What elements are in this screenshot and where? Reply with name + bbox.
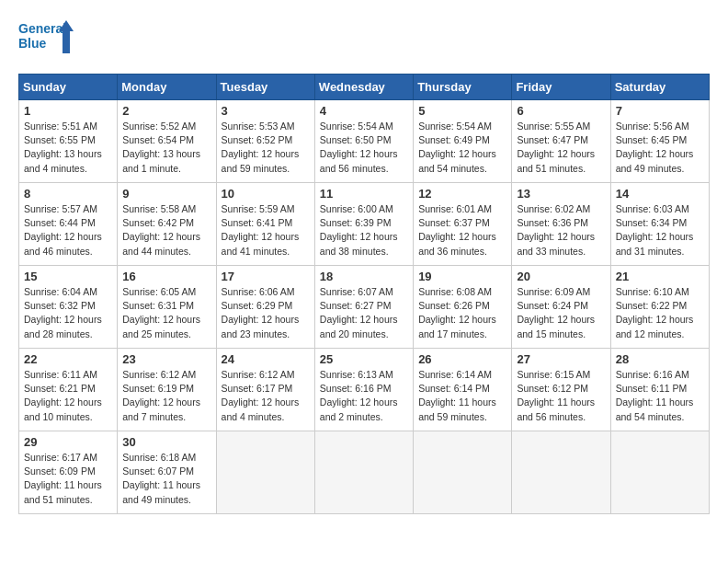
weekday-header-saturday: Saturday [610,75,709,100]
day-info: Sunrise: 6:17 AM Sunset: 6:09 PM Dayligh… [24,451,112,507]
day-info: Sunrise: 6:04 AM Sunset: 6:32 PM Dayligh… [24,285,112,341]
weekday-header-wednesday: Wednesday [314,75,413,100]
calendar-cell: 7Sunrise: 5:56 AM Sunset: 6:45 PM Daylig… [610,100,709,183]
day-number: 18 [320,270,408,283]
logo-icon: General Blue [18,18,74,59]
calendar-cell [414,431,512,514]
calendar-week-2: 8Sunrise: 5:57 AM Sunset: 6:44 PM Daylig… [19,183,710,266]
calendar-cell: 27Sunrise: 6:15 AM Sunset: 6:12 PM Dayli… [512,349,610,431]
day-number: 15 [24,270,112,283]
svg-text:General: General [18,21,66,36]
day-number: 29 [24,435,112,449]
day-number: 7 [616,104,704,118]
day-number: 19 [418,270,506,283]
calendar-cell: 10Sunrise: 5:59 AM Sunset: 6:41 PM Dayli… [216,183,314,266]
day-info: Sunrise: 5:54 AM Sunset: 6:49 PM Dayligh… [418,120,506,176]
day-info: Sunrise: 6:07 AM Sunset: 6:27 PM Dayligh… [320,285,408,341]
day-number: 12 [418,187,506,201]
calendar-cell: 14Sunrise: 6:03 AM Sunset: 6:34 PM Dayli… [610,183,709,266]
weekday-header-sunday: Sunday [19,75,118,100]
day-number: 13 [517,187,605,201]
calendar-week-3: 15Sunrise: 6:04 AM Sunset: 6:32 PM Dayli… [19,266,710,349]
day-number: 1 [24,104,112,118]
weekday-header-friday: Friday [512,75,610,100]
calendar-cell: 17Sunrise: 6:06 AM Sunset: 6:29 PM Dayli… [216,266,314,349]
calendar-cell [512,431,610,514]
day-number: 27 [517,352,605,366]
day-number: 24 [222,352,310,366]
day-number: 14 [616,187,704,201]
calendar-cell: 19Sunrise: 6:08 AM Sunset: 6:26 PM Dayli… [414,266,512,349]
calendar-cell: 6Sunrise: 5:55 AM Sunset: 6:47 PM Daylig… [512,100,610,183]
calendar-table: SundayMondayTuesdayWednesdayThursdayFrid… [18,74,710,514]
day-number: 9 [122,187,210,201]
day-number: 28 [616,352,704,366]
calendar-cell: 11Sunrise: 6:00 AM Sunset: 6:39 PM Dayli… [314,183,413,266]
day-number: 6 [517,104,605,118]
calendar-cell: 16Sunrise: 6:05 AM Sunset: 6:31 PM Dayli… [118,266,216,349]
day-info: Sunrise: 5:53 AM Sunset: 6:52 PM Dayligh… [222,120,310,176]
day-info: Sunrise: 6:08 AM Sunset: 6:26 PM Dayligh… [418,285,506,341]
day-info: Sunrise: 6:05 AM Sunset: 6:31 PM Dayligh… [122,285,210,341]
calendar-cell: 9Sunrise: 5:58 AM Sunset: 6:42 PM Daylig… [118,183,216,266]
calendar-cell: 25Sunrise: 6:13 AM Sunset: 6:16 PM Dayli… [314,349,413,431]
day-number: 16 [122,270,210,283]
day-info: Sunrise: 5:52 AM Sunset: 6:54 PM Dayligh… [122,120,210,176]
day-info: Sunrise: 6:14 AM Sunset: 6:14 PM Dayligh… [418,368,506,424]
day-number: 17 [222,270,310,283]
day-number: 25 [320,352,408,366]
day-info: Sunrise: 6:10 AM Sunset: 6:22 PM Dayligh… [616,285,704,341]
calendar-week-5: 29Sunrise: 6:17 AM Sunset: 6:09 PM Dayli… [19,431,710,514]
calendar-cell [216,431,314,514]
calendar-cell: 28Sunrise: 6:16 AM Sunset: 6:11 PM Dayli… [610,349,709,431]
day-number: 26 [418,352,506,366]
day-info: Sunrise: 6:03 AM Sunset: 6:34 PM Dayligh… [616,202,704,259]
day-info: Sunrise: 6:13 AM Sunset: 6:16 PM Dayligh… [320,368,408,424]
day-info: Sunrise: 5:54 AM Sunset: 6:50 PM Dayligh… [320,120,408,176]
day-info: Sunrise: 5:57 AM Sunset: 6:44 PM Dayligh… [24,202,112,259]
day-number: 20 [517,270,605,283]
svg-text:Blue: Blue [18,36,47,51]
day-number: 30 [122,435,210,449]
day-info: Sunrise: 6:06 AM Sunset: 6:29 PM Dayligh… [222,285,310,341]
day-number: 4 [320,104,408,118]
calendar-week-4: 22Sunrise: 6:11 AM Sunset: 6:21 PM Dayli… [19,349,710,431]
calendar-cell: 12Sunrise: 6:01 AM Sunset: 6:37 PM Dayli… [414,183,512,266]
calendar-cell: 23Sunrise: 6:12 AM Sunset: 6:19 PM Dayli… [118,349,216,431]
calendar-cell [610,431,709,514]
day-number: 5 [418,104,506,118]
calendar-cell: 24Sunrise: 6:12 AM Sunset: 6:17 PM Dayli… [216,349,314,431]
weekday-header-monday: Monday [118,75,216,100]
calendar-cell: 13Sunrise: 6:02 AM Sunset: 6:36 PM Dayli… [512,183,610,266]
calendar-cell: 21Sunrise: 6:10 AM Sunset: 6:22 PM Dayli… [610,266,709,349]
calendar-cell: 26Sunrise: 6:14 AM Sunset: 6:14 PM Dayli… [414,349,512,431]
calendar-cell: 30Sunrise: 6:18 AM Sunset: 6:07 PM Dayli… [118,431,216,514]
day-info: Sunrise: 6:02 AM Sunset: 6:36 PM Dayligh… [517,202,605,259]
day-info: Sunrise: 5:59 AM Sunset: 6:41 PM Dayligh… [222,202,310,259]
calendar-week-1: 1Sunrise: 5:51 AM Sunset: 6:55 PM Daylig… [19,100,710,183]
day-info: Sunrise: 6:18 AM Sunset: 6:07 PM Dayligh… [122,451,210,507]
calendar-cell: 22Sunrise: 6:11 AM Sunset: 6:21 PM Dayli… [19,349,118,431]
calendar-cell: 20Sunrise: 6:09 AM Sunset: 6:24 PM Dayli… [512,266,610,349]
calendar-cell: 4Sunrise: 5:54 AM Sunset: 6:50 PM Daylig… [314,100,413,183]
weekday-header-thursday: Thursday [414,75,512,100]
calendar-cell: 1Sunrise: 5:51 AM Sunset: 6:55 PM Daylig… [19,100,118,183]
calendar-cell: 15Sunrise: 6:04 AM Sunset: 6:32 PM Dayli… [19,266,118,349]
day-info: Sunrise: 6:01 AM Sunset: 6:37 PM Dayligh… [418,202,506,259]
weekday-header-row: SundayMondayTuesdayWednesdayThursdayFrid… [19,75,710,100]
page-header: General Blue [18,18,710,59]
day-info: Sunrise: 5:56 AM Sunset: 6:45 PM Dayligh… [616,120,704,176]
calendar-cell: 29Sunrise: 6:17 AM Sunset: 6:09 PM Dayli… [19,431,118,514]
calendar-cell: 5Sunrise: 5:54 AM Sunset: 6:49 PM Daylig… [414,100,512,183]
calendar-cell: 3Sunrise: 5:53 AM Sunset: 6:52 PM Daylig… [216,100,314,183]
day-info: Sunrise: 6:09 AM Sunset: 6:24 PM Dayligh… [517,285,605,341]
day-number: 8 [24,187,112,201]
day-info: Sunrise: 5:58 AM Sunset: 6:42 PM Dayligh… [122,202,210,259]
day-info: Sunrise: 6:15 AM Sunset: 6:12 PM Dayligh… [517,368,605,424]
calendar-cell [314,431,413,514]
day-info: Sunrise: 6:11 AM Sunset: 6:21 PM Dayligh… [24,368,112,424]
logo: General Blue [18,18,74,59]
day-number: 10 [222,187,310,201]
day-info: Sunrise: 5:51 AM Sunset: 6:55 PM Dayligh… [24,120,112,176]
day-number: 23 [122,352,210,366]
